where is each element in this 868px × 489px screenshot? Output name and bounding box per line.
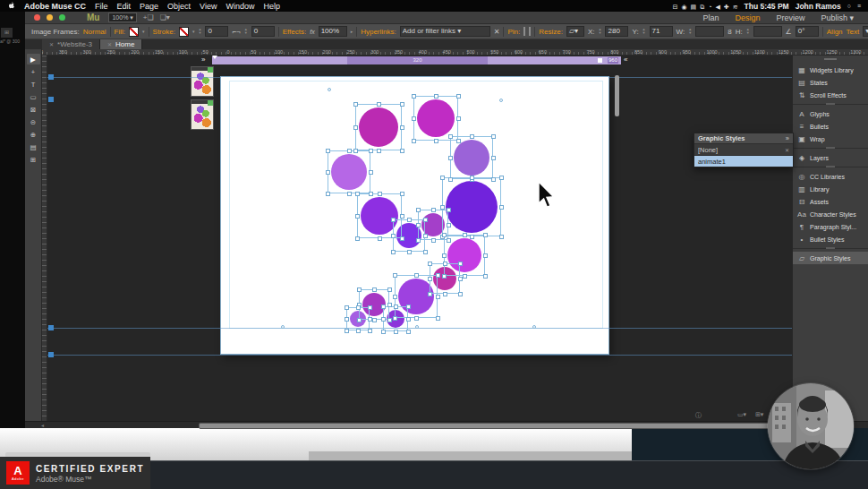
clear-style-icon[interactable]: ✕ (785, 147, 789, 153)
panel-item-glyphs[interactable]: AGlyphs (793, 107, 868, 120)
nav-design[interactable]: Design (735, 13, 760, 22)
selection-handle[interactable] (443, 292, 447, 296)
graphic-style-animate1-row[interactable]: animate1 (694, 155, 793, 167)
slideshow-tool[interactable]: ⊞ (27, 154, 40, 165)
selection-handle[interactable] (347, 149, 352, 153)
h-stepper[interactable]: ▲▼ (746, 28, 750, 35)
selection-handle[interactable] (483, 253, 488, 258)
wifi-icon[interactable]: ≋ (733, 4, 738, 10)
selection-handle[interactable] (381, 330, 386, 334)
selection-handle[interactable] (414, 273, 419, 278)
view-options-icon[interactable]: ❏▾ (160, 13, 170, 21)
selection-handle[interactable] (428, 292, 432, 296)
panel-collapse-icon[interactable]: » (786, 134, 789, 142)
selection-handle[interactable] (357, 287, 362, 292)
w-stepper[interactable]: ▲▼ (688, 28, 692, 35)
notification-center-icon[interactable]: ≡ (857, 3, 861, 9)
selection-handle[interactable] (400, 125, 404, 130)
selection-handle[interactable] (458, 292, 463, 296)
selection-handle[interactable] (423, 218, 428, 222)
selection-handle[interactable] (436, 316, 440, 321)
y-field[interactable]: 71 (650, 26, 673, 37)
panel-item-bullets[interactable]: ≡Bullets (793, 120, 868, 133)
selection-handle[interactable] (412, 116, 416, 121)
x-stepper[interactable]: ▲▼ (599, 28, 602, 35)
selection-handle[interactable] (456, 94, 461, 99)
dropbox-icon[interactable]: ▤ (691, 4, 697, 10)
selection-handle[interactable] (448, 134, 453, 139)
selection-handle[interactable] (356, 329, 361, 333)
selection-handle[interactable] (400, 236, 404, 241)
selection-handle[interactable] (440, 176, 445, 180)
selection-handle[interactable] (470, 134, 474, 139)
selection-handle[interactable] (448, 177, 453, 182)
menu-window[interactable]: Window (226, 2, 254, 11)
guide-anchor-dot[interactable] (499, 99, 503, 102)
hyperlinks-dropdown[interactable]: Add or filter links ▾ (400, 26, 490, 37)
selection-handle[interactable] (491, 156, 496, 160)
selection-handle[interactable] (406, 317, 411, 322)
menu-edit[interactable]: Edit (117, 2, 132, 11)
asset-thumbnail[interactable] (191, 99, 214, 130)
crop-tool[interactable]: + (27, 66, 40, 77)
selection-handle[interactable] (391, 250, 396, 254)
selection-handle[interactable] (387, 303, 392, 307)
selection-handle[interactable] (442, 274, 447, 279)
tab--website-3[interactable]: ✕*Website-3 (42, 39, 100, 49)
selection-handle[interactable] (381, 305, 386, 309)
effects-icon[interactable]: fx (310, 29, 314, 35)
panel-item-scroll-effects[interactable]: ⇅Scroll Effects (793, 89, 868, 101)
apple-menu-icon[interactable] (7, 1, 16, 11)
fit-view-icon[interactable]: ▭▾ (737, 411, 746, 418)
selection-handle[interactable] (353, 102, 358, 107)
selection-handle[interactable] (447, 238, 451, 243)
guide-handle[interactable] (48, 325, 54, 330)
breakpoint-right-chevron[interactable]: « (624, 56, 627, 64)
opacity-slider-arrow[interactable]: ▸ (351, 29, 353, 34)
selection-handle[interactable] (442, 233, 447, 237)
selection-handle[interactable] (368, 329, 372, 333)
selection-handle[interactable] (434, 94, 438, 99)
text-style-dropdown[interactable]: ▾ (863, 26, 868, 37)
panel-drag-handle[interactable] (824, 58, 837, 60)
vertical-scrollbar-thumb[interactable] (615, 75, 619, 116)
panel-item-bullet-styles[interactable]: •Bullet Styles (793, 233, 868, 245)
selection-handle[interactable] (414, 316, 419, 321)
selection-handle[interactable] (393, 316, 397, 321)
selection-handle[interactable] (491, 134, 496, 139)
effects-label[interactable]: Effects: (283, 28, 307, 36)
selection-handle[interactable] (393, 273, 397, 278)
selection-handle[interactable] (470, 176, 474, 180)
stroke-dropdown-arrow[interactable]: ▾ (192, 29, 195, 34)
selection-handle[interactable] (447, 223, 451, 227)
selection-handle[interactable] (407, 250, 412, 254)
breakpoint-handle[interactable] (598, 58, 602, 63)
align-label[interactable]: Align (827, 28, 843, 36)
selection-handle[interactable] (447, 208, 451, 212)
panel-item-wrap[interactable]: ▣Wrap (793, 133, 868, 145)
guide-handle[interactable] (48, 97, 54, 102)
fill-dropdown-arrow[interactable]: ▾ (142, 29, 145, 34)
selection-handle[interactable] (345, 317, 349, 322)
breakpoint-left-chevron[interactable]: » (201, 56, 205, 64)
breakpoint-bar[interactable]: 320 960 (212, 56, 621, 64)
minimize-window-button[interactable] (47, 14, 53, 21)
selection-handle[interactable] (483, 233, 488, 237)
panel-item-layers[interactable]: ◈Layers (793, 151, 868, 164)
input-source-icon[interactable]: ✚ (724, 4, 729, 10)
selection-handle[interactable] (400, 214, 404, 219)
preview-mode-tool[interactable]: ▤ (27, 142, 40, 152)
selection-handle[interactable] (428, 277, 432, 281)
scroll-left-arrow[interactable]: ◂ (41, 422, 44, 428)
selection-handle[interactable] (456, 139, 461, 143)
selection-handle[interactable] (491, 177, 496, 182)
selection-handle[interactable] (407, 218, 412, 222)
rectangle-tool[interactable]: ▭ (27, 91, 40, 102)
y-stepper[interactable]: ▲▼ (642, 28, 646, 35)
opacity-field[interactable]: 100% (319, 26, 347, 37)
resize-dropdown[interactable]: ▱▾ (566, 26, 584, 37)
selection-handle[interactable] (372, 287, 377, 292)
breakpoint-band[interactable]: 320 (347, 56, 488, 64)
selection-handle[interactable] (378, 192, 382, 196)
x-field[interactable]: 280 (605, 26, 628, 37)
